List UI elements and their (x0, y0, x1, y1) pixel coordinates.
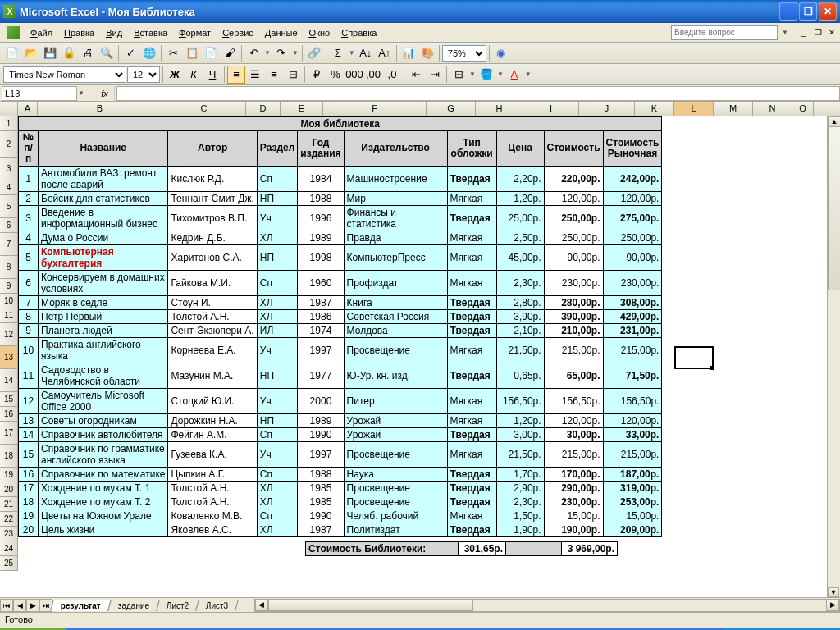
row-header-13[interactable]: 13 (0, 346, 18, 369)
col-header-B[interactable]: B (38, 102, 162, 116)
decrease-decimal-icon[interactable]: ,0 (383, 66, 401, 84)
row-header-24[interactable]: 24 (0, 541, 18, 556)
sort-asc-icon[interactable]: A↓ (357, 44, 375, 62)
sheet-tab-задание[interactable]: задание (107, 600, 160, 611)
fill-color-icon[interactable]: 🪣 (477, 66, 495, 84)
col-header-N[interactable]: N (753, 102, 792, 116)
align-center-icon[interactable]: ☰ (246, 66, 264, 84)
menu-Правка[interactable]: Правка (58, 25, 100, 40)
underline-icon[interactable]: Ч (203, 66, 221, 84)
print-icon[interactable]: 🖨 (79, 44, 97, 62)
sheet-tab-Лист3[interactable]: Лист3 (195, 600, 239, 611)
name-box[interactable]: L13 (2, 86, 77, 101)
col-header-L[interactable]: L (674, 102, 714, 116)
row-header-14[interactable]: 14 (0, 369, 18, 392)
percent-icon[interactable]: % (326, 66, 345, 84)
comma-icon[interactable]: 000 (345, 66, 363, 84)
menu-Данные[interactable]: Данные (259, 25, 304, 40)
row-header-10[interactable]: 10 (0, 294, 18, 308)
increase-indent-icon[interactable]: ⇥ (426, 66, 444, 84)
row-header-21[interactable]: 21 (0, 497, 18, 512)
open-icon[interactable]: 📂 (22, 44, 40, 62)
name-dropdown-icon[interactable]: ▼ (77, 89, 85, 97)
undo-icon[interactable]: ↶ (244, 44, 262, 62)
col-header-H[interactable]: H (476, 102, 523, 116)
row-header-12[interactable]: 12 (0, 323, 18, 346)
zoom-select[interactable]: 75% (442, 45, 486, 62)
row-header-17[interactable]: 17 (0, 422, 18, 445)
menu-Формат[interactable]: Формат (173, 25, 217, 40)
row-header-3[interactable]: 3 (0, 158, 18, 180)
row-header-5[interactable]: 5 (0, 195, 18, 218)
format-painter-icon[interactable]: 🖌 (221, 44, 239, 62)
col-header-K[interactable]: K (635, 102, 674, 116)
drawing-icon[interactable]: 🎨 (418, 44, 436, 62)
row-header-22[interactable]: 22 (0, 512, 18, 527)
help-icon[interactable]: ◉ (492, 44, 510, 62)
save-icon[interactable]: 💾 (41, 44, 59, 62)
sort-desc-icon[interactable]: A↑ (376, 44, 394, 62)
maximize-button[interactable]: ❐ (799, 2, 817, 21)
row-header-6[interactable]: 6 (0, 218, 18, 233)
col-header-A[interactable]: A (18, 102, 38, 116)
doc-restore-button[interactable]: ❐ (811, 27, 824, 39)
bold-icon[interactable]: Ж (166, 66, 184, 84)
font-color-icon[interactable]: A (505, 66, 523, 84)
row-header-16[interactable]: 16 (0, 407, 18, 422)
paste-icon[interactable]: 📄 (202, 44, 220, 62)
col-header-M[interactable]: M (714, 102, 753, 116)
row-header-18[interactable]: 18 (0, 445, 18, 468)
minimize-button[interactable]: _ (779, 2, 797, 21)
menu-Файл[interactable]: Файл (25, 25, 58, 40)
menu-Справка[interactable]: Справка (336, 25, 382, 40)
align-left-icon[interactable]: ≡ (227, 66, 245, 84)
worksheet-grid[interactable]: ABCDEFGHIJKLMNO 123456789101112131415161… (0, 102, 840, 597)
tab-first-button[interactable]: ⏮ (0, 599, 13, 612)
row-header-23[interactable]: 23 (0, 527, 18, 541)
row-header-2[interactable]: 2 (0, 131, 18, 158)
tab-next-button[interactable]: ▶ (26, 599, 39, 612)
row-header-20[interactable]: 20 (0, 482, 18, 497)
help-search-input[interactable] (671, 25, 778, 40)
row-header-4[interactable]: 4 (0, 180, 18, 195)
fx-button[interactable]: fx (95, 86, 115, 101)
formula-input[interactable] (116, 86, 840, 101)
col-header-I[interactable]: I (523, 102, 579, 116)
doc-close-button[interactable]: ✕ (825, 27, 838, 39)
new-icon[interactable]: 📄 (3, 44, 21, 62)
decrease-indent-icon[interactable]: ⇤ (407, 66, 425, 84)
row-header-8[interactable]: 8 (0, 256, 18, 279)
row-header-1[interactable]: 1 (0, 116, 18, 131)
research-icon[interactable]: 🌐 (140, 44, 158, 62)
align-right-icon[interactable]: ≡ (265, 66, 283, 84)
increase-decimal-icon[interactable]: ,00 (364, 66, 382, 84)
help-dropdown-icon[interactable]: ▼ (781, 29, 789, 36)
currency-icon[interactable]: ₽ (308, 66, 326, 84)
row-header-19[interactable]: 19 (0, 468, 18, 482)
font-select[interactable]: Times New Roman (3, 66, 126, 83)
menu-Вид[interactable]: Вид (100, 25, 128, 40)
borders-icon[interactable]: ⊞ (450, 66, 468, 84)
row-header-25[interactable]: 25 (0, 556, 18, 571)
col-header-J[interactable]: J (579, 102, 635, 116)
menu-Сервис[interactable]: Сервис (217, 25, 259, 40)
font-size-select[interactable]: 12 (127, 66, 160, 83)
tab-prev-button[interactable]: ◀ (13, 599, 26, 612)
row-header-11[interactable]: 11 (0, 308, 18, 323)
spelling-icon[interactable]: ✓ (121, 44, 139, 62)
italic-icon[interactable]: К (185, 66, 203, 84)
cut-icon[interactable]: ✂ (164, 44, 182, 62)
chart-icon[interactable]: 📊 (399, 44, 418, 62)
col-header-G[interactable]: G (427, 102, 476, 116)
copy-icon[interactable]: 📋 (183, 44, 201, 62)
col-header-C[interactable]: C (162, 102, 246, 116)
merge-icon[interactable]: ⊟ (284, 66, 302, 84)
permission-icon[interactable]: 🔓 (60, 44, 78, 62)
sheet-tab-результат[interactable]: результат (50, 600, 112, 611)
col-header-E[interactable]: E (281, 102, 323, 116)
menu-Окно[interactable]: Окно (304, 25, 336, 40)
row-header-15[interactable]: 15 (0, 392, 18, 407)
autosum-icon[interactable]: Σ (329, 44, 347, 62)
redo-icon[interactable]: ↷ (272, 44, 290, 62)
menu-Вставка[interactable]: Вставка (128, 25, 173, 40)
